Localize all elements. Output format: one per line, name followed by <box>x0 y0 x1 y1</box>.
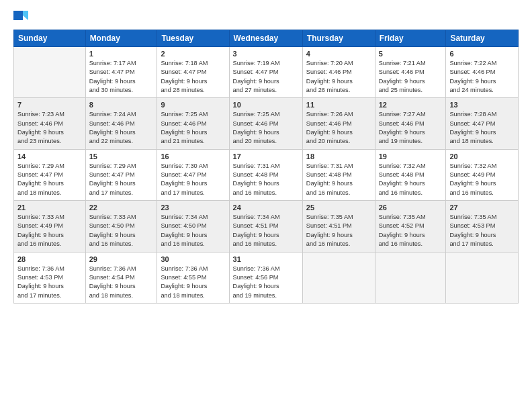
day-info-line: Sunset: 4:46 PM <box>233 120 279 127</box>
day-info-line: and 16 minutes. <box>306 240 350 247</box>
day-info-line: Daylight: 9 hours <box>17 129 64 136</box>
day-info: Sunrise: 7:32 AMSunset: 4:48 PMDaylight:… <box>379 162 443 197</box>
day-number: 27 <box>449 203 515 212</box>
day-info-line: Sunset: 4:47 PM <box>161 68 206 75</box>
calendar-cell: 13Sunrise: 7:28 AMSunset: 4:47 PMDayligh… <box>446 98 519 149</box>
calendar-header-row: SundayMondayTuesdayWednesdayThursdayFrid… <box>14 30 519 47</box>
day-info-line: Daylight: 9 hours <box>379 232 425 238</box>
day-info-line: Daylight: 9 hours <box>449 180 496 187</box>
day-info: Sunrise: 7:22 AMSunset: 4:46 PMDaylight:… <box>449 59 515 95</box>
col-header-saturday: Saturday <box>446 30 519 47</box>
day-number: 10 <box>233 101 299 109</box>
day-info: Sunrise: 7:29 AMSunset: 4:47 PMDaylight:… <box>89 162 154 197</box>
day-info-line: and 26 minutes. <box>306 87 350 93</box>
day-number: 3 <box>233 50 299 58</box>
day-info-line: Sunset: 4:51 PM <box>306 222 352 229</box>
col-header-thursday: Thursday <box>302 30 375 47</box>
calendar-cell: 16Sunrise: 7:30 AMSunset: 4:47 PMDayligh… <box>157 149 229 200</box>
day-info: Sunrise: 7:34 AMSunset: 4:51 PMDaylight:… <box>233 213 299 248</box>
day-info: Sunrise: 7:25 AMSunset: 4:46 PMDaylight:… <box>233 110 299 146</box>
day-info-line: Daylight: 9 hours <box>17 283 64 289</box>
day-info-line: Daylight: 9 hours <box>89 129 136 136</box>
day-info-line: and 16 minutes. <box>379 240 423 247</box>
day-info-line: Sunset: 4:47 PM <box>89 171 135 178</box>
day-number: 7 <box>17 101 82 109</box>
day-info: Sunrise: 7:31 AMSunset: 4:48 PMDaylight:… <box>233 162 299 197</box>
day-info: Sunrise: 7:24 AMSunset: 4:46 PMDaylight:… <box>89 110 154 146</box>
day-info-line: Sunset: 4:47 PM <box>449 120 495 127</box>
day-info: Sunrise: 7:33 AMSunset: 4:49 PMDaylight:… <box>17 213 82 248</box>
day-info-line: Daylight: 9 hours <box>161 232 207 238</box>
calendar-cell: 29Sunrise: 7:36 AMSunset: 4:54 PMDayligh… <box>85 252 157 303</box>
day-info-line: Daylight: 9 hours <box>379 180 425 187</box>
day-info-line: and 19 minutes. <box>233 292 277 299</box>
day-info-line: Sunrise: 7:35 AM <box>449 214 496 220</box>
day-info-line: Daylight: 9 hours <box>379 78 425 85</box>
day-info: Sunrise: 7:30 AMSunset: 4:47 PMDaylight:… <box>161 162 225 197</box>
day-info-line: Sunset: 4:56 PM <box>233 274 279 281</box>
day-info-line: and 16 minutes. <box>233 240 277 247</box>
header <box>13 11 519 23</box>
col-header-sunday: Sunday <box>14 30 86 47</box>
day-info: Sunrise: 7:35 AMSunset: 4:52 PMDaylight:… <box>379 213 443 248</box>
day-number: 21 <box>17 203 82 212</box>
day-info-line: Daylight: 9 hours <box>306 180 353 187</box>
calendar-cell <box>302 252 375 303</box>
day-info: Sunrise: 7:35 AMSunset: 4:51 PMDaylight:… <box>306 213 371 248</box>
day-info-line: and 27 minutes. <box>233 87 277 93</box>
day-info-line: Daylight: 9 hours <box>17 180 64 187</box>
day-number: 4 <box>306 50 371 58</box>
calendar-cell: 27Sunrise: 7:35 AMSunset: 4:53 PMDayligh… <box>446 201 519 252</box>
day-info-line: Sunrise: 7:30 AM <box>161 163 208 169</box>
day-info: Sunrise: 7:35 AMSunset: 4:53 PMDaylight:… <box>449 213 515 248</box>
day-info: Sunrise: 7:31 AMSunset: 4:48 PMDaylight:… <box>306 162 371 197</box>
calendar-cell: 18Sunrise: 7:31 AMSunset: 4:48 PMDayligh… <box>302 149 375 200</box>
calendar-cell: 23Sunrise: 7:34 AMSunset: 4:50 PMDayligh… <box>157 201 229 252</box>
day-info-line: Sunset: 4:49 PM <box>449 171 495 178</box>
day-info-line: and 16 minutes. <box>17 240 61 247</box>
calendar-cell: 30Sunrise: 7:36 AMSunset: 4:55 PMDayligh… <box>157 252 229 303</box>
day-info-line: Sunrise: 7:31 AM <box>233 163 280 169</box>
day-info: Sunrise: 7:33 AMSunset: 4:50 PMDaylight:… <box>89 213 154 248</box>
day-info: Sunrise: 7:26 AMSunset: 4:46 PMDaylight:… <box>306 110 371 146</box>
day-info-line: and 24 minutes. <box>449 87 493 93</box>
calendar-cell: 22Sunrise: 7:33 AMSunset: 4:50 PMDayligh… <box>85 201 157 252</box>
calendar-cell: 11Sunrise: 7:26 AMSunset: 4:46 PMDayligh… <box>302 98 375 149</box>
day-info-line: Sunset: 4:52 PM <box>379 222 425 229</box>
day-info-line: and 16 minutes. <box>306 189 350 196</box>
day-info-line: Daylight: 9 hours <box>379 129 425 136</box>
day-info-line: Daylight: 9 hours <box>89 232 136 238</box>
day-info-line: Daylight: 9 hours <box>89 78 136 85</box>
day-info-line: Daylight: 9 hours <box>306 78 353 85</box>
day-info-line: and 21 minutes. <box>161 138 204 144</box>
day-info-line: and 19 minutes. <box>379 138 423 144</box>
day-info: Sunrise: 7:29 AMSunset: 4:47 PMDaylight:… <box>17 162 82 197</box>
week-row-2: 7Sunrise: 7:23 AMSunset: 4:46 PMDaylight… <box>14 98 519 149</box>
week-row-1: 1Sunrise: 7:17 AMSunset: 4:47 PMDaylight… <box>14 47 519 98</box>
day-info-line: Sunset: 4:46 PM <box>306 120 352 127</box>
day-info-line: Daylight: 9 hours <box>449 232 496 238</box>
day-info: Sunrise: 7:28 AMSunset: 4:47 PMDaylight:… <box>449 110 515 146</box>
day-info: Sunrise: 7:25 AMSunset: 4:46 PMDaylight:… <box>161 110 225 146</box>
day-info-line: Daylight: 9 hours <box>233 180 279 187</box>
day-info-line: Sunrise: 7:36 AM <box>161 265 208 272</box>
calendar-cell: 7Sunrise: 7:23 AMSunset: 4:46 PMDaylight… <box>14 98 86 149</box>
day-number: 5 <box>379 50 443 58</box>
day-info-line: Sunrise: 7:27 AM <box>379 111 426 118</box>
day-info-line: Daylight: 9 hours <box>89 180 136 187</box>
day-info-line: and 18 minutes. <box>17 189 61 196</box>
day-info-line: and 17 minutes. <box>17 292 61 299</box>
day-number: 20 <box>449 152 515 161</box>
day-info-line: Sunset: 4:55 PM <box>161 274 206 281</box>
day-info-line: Sunrise: 7:32 AM <box>379 163 426 169</box>
col-header-friday: Friday <box>375 30 446 47</box>
calendar-cell: 14Sunrise: 7:29 AMSunset: 4:47 PMDayligh… <box>14 149 86 200</box>
day-info-line: Daylight: 9 hours <box>449 129 496 136</box>
day-info: Sunrise: 7:36 AMSunset: 4:55 PMDaylight:… <box>161 265 225 300</box>
calendar-cell: 12Sunrise: 7:27 AMSunset: 4:46 PMDayligh… <box>375 98 446 149</box>
day-info-line: and 16 minutes. <box>233 189 277 196</box>
logo <box>13 11 30 23</box>
day-info-line: Sunrise: 7:19 AM <box>233 60 280 66</box>
day-number: 25 <box>306 203 371 212</box>
calendar-cell: 15Sunrise: 7:29 AMSunset: 4:47 PMDayligh… <box>85 149 157 200</box>
